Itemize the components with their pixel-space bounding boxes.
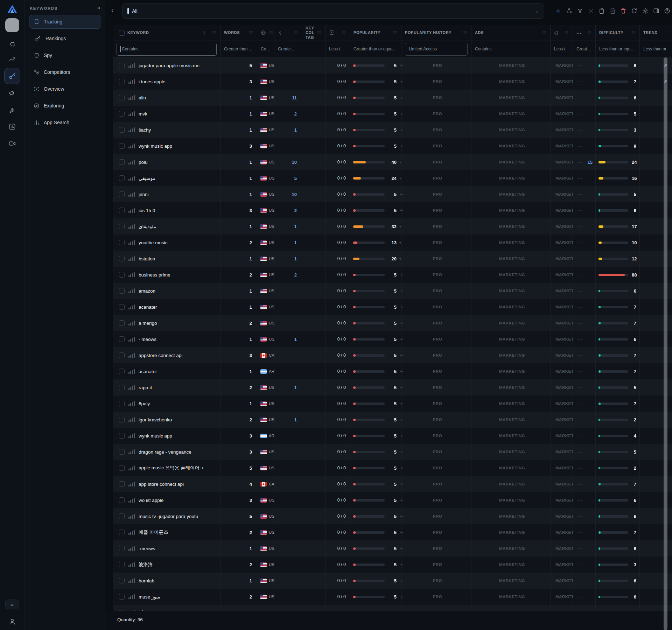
help-icon[interactable] xyxy=(664,8,670,14)
row-checkbox[interactable] xyxy=(119,578,125,583)
delete-icon[interactable] xyxy=(620,8,626,14)
tags-cell[interactable] xyxy=(302,476,326,492)
more-ellipsis-icon[interactable]: ⋯ xyxy=(577,320,583,327)
row-checkbox[interactable] xyxy=(119,159,125,165)
suggestions-count[interactable]: 10 xyxy=(292,160,297,165)
filter-popularity[interactable]: Greater than or equal to xyxy=(350,41,401,57)
back-chevron-icon[interactable]: ‹ xyxy=(111,6,113,14)
tags-cell[interactable] xyxy=(302,379,326,396)
table-row[interactable]: bstation 1 US 1 0 / 0 20 ▾ PRO MARKETING… xyxy=(113,251,672,267)
row-checkbox[interactable] xyxy=(119,401,125,406)
row-checkbox[interactable] xyxy=(119,175,125,181)
megaphone-icon[interactable] xyxy=(9,90,16,97)
table-row[interactable]: 6paly 1 US 0 / 0 5 PRO MARKETING MARKETI… xyxy=(113,396,672,412)
row-checkbox[interactable] xyxy=(119,352,125,358)
tags-cell[interactable] xyxy=(302,299,326,315)
tags-cell[interactable] xyxy=(302,122,326,138)
row-checkbox[interactable] xyxy=(119,449,125,455)
tags-cell[interactable] xyxy=(302,573,326,589)
more-ellipsis-icon[interactable]: ⋯ xyxy=(577,336,583,343)
filter-trend[interactable]: Less than or xyxy=(640,41,672,57)
suggestions-count[interactable]: 1 xyxy=(294,127,297,133)
row-checkbox[interactable] xyxy=(119,562,125,567)
rail-collapse-button[interactable]: « xyxy=(5,600,19,609)
more-ellipsis-icon[interactable]: ⋯ xyxy=(577,143,583,149)
row-checkbox[interactable] xyxy=(119,95,125,100)
filter-words[interactable]: Greater than ... xyxy=(220,41,257,57)
table-row[interactable]: rapp-it 2 US 1 0 / 0 5 PRO MARKETING MAR… xyxy=(113,379,672,396)
more-ellipsis-icon[interactable]: ⋯ xyxy=(577,497,583,504)
row-checkbox[interactable] xyxy=(119,79,125,84)
more-ellipsis-icon[interactable]: ⋯ xyxy=(577,304,583,310)
row-checkbox[interactable] xyxy=(119,256,125,261)
header-trend[interactable]: TREND xyxy=(640,25,672,41)
row-checkbox[interactable] xyxy=(119,127,125,133)
table-row[interactable]: alin 1 US 11 0 / 0 5 PRO MARKETING MARKE… xyxy=(113,90,672,106)
filter-tags[interactable] xyxy=(302,41,326,57)
table-row[interactable]: igor kravchenko 2 US 1 0 / 0 5 PRO MARKE… xyxy=(113,412,672,428)
add-icon[interactable] xyxy=(555,8,561,14)
more-ellipsis-icon[interactable]: ⋯ xyxy=(577,384,583,391)
table-row[interactable]: polu 1 US 10 0 / 0 40 ▾ PRO MARKETING MA… xyxy=(113,154,672,170)
more-ellipsis-icon[interactable]: ⋯ xyxy=(577,416,583,423)
column-menu-icon[interactable] xyxy=(212,30,217,35)
user-icon[interactable] xyxy=(9,618,16,625)
more-ellipsis-icon[interactable]: ⋯ xyxy=(577,288,583,294)
suggestions-count[interactable]: 10 xyxy=(292,192,297,197)
tags-cell[interactable] xyxy=(302,396,326,412)
table-row[interactable]: موسيقى 1 US 5 0 / 0 24 ▾ PRO MARKETING M… xyxy=(113,170,672,186)
tags-cell[interactable] xyxy=(302,524,326,540)
header-country[interactable] xyxy=(257,25,274,41)
header-ads[interactable]: ADS xyxy=(471,25,551,41)
row-checkbox[interactable] xyxy=(119,385,125,390)
more-ellipsis-icon[interactable]: ⋯ xyxy=(577,481,583,488)
row-checkbox[interactable] xyxy=(119,497,125,503)
tags-cell[interactable] xyxy=(302,202,326,218)
header-keyword[interactable]: KEYWORD xyxy=(113,25,220,41)
header-popularity-history[interactable]: POPULARITY HISTORY xyxy=(401,25,471,41)
header-ads2[interactable] xyxy=(551,25,573,41)
row-checkbox[interactable] xyxy=(119,594,125,600)
filter-difficulty[interactable]: Less than or equal... xyxy=(596,41,640,57)
sidebar-item-tracking[interactable]: Tracking xyxy=(29,15,101,29)
more-ellipsis-icon[interactable]: ⋯ xyxy=(577,94,583,101)
chevron-down-icon[interactable]: ▾ xyxy=(399,241,401,245)
table-row[interactable]: ios 15 0 3 US 2 0 / 0 5 PRO MARKETING MA… xyxy=(113,202,672,218)
table-row[interactable]: app store connect api 4 CA 0 / 0 5 PRO M… xyxy=(113,476,672,492)
tags-cell[interactable] xyxy=(302,218,326,234)
table-row[interactable]: jenni 1 US 10 0 / 0 5 PRO MARKETING MARK… xyxy=(113,186,672,202)
chevron-down-icon[interactable]: ▾ xyxy=(399,225,401,229)
row-checkbox[interactable] xyxy=(119,240,125,245)
tags-cell[interactable] xyxy=(302,589,326,605)
table-row[interactable]: ملوديفاى 1 US 1 0 / 0 32 ▾ PRO MARKETING… xyxy=(113,218,672,234)
suggestions-count[interactable]: 5 xyxy=(294,176,297,181)
filter-keyword[interactable]: Contains xyxy=(113,41,220,57)
table-row[interactable]: appstore connect api 3 CA 0 / 0 5 PRO MA… xyxy=(113,347,672,363)
row-checkbox[interactable] xyxy=(119,63,125,68)
tags-cell[interactable] xyxy=(302,138,326,154)
apple-icon[interactable] xyxy=(9,40,16,47)
keywords-nav-icon[interactable] xyxy=(4,68,20,84)
row-checkbox[interactable] xyxy=(119,513,125,519)
more-ellipsis-icon[interactable]: ⋯ xyxy=(577,207,583,214)
table-row[interactable]: business prime 2 US 2 0 / 0 5 PRO MARKET… xyxy=(113,267,672,283)
suggestions-count[interactable]: 1 xyxy=(294,385,297,390)
table-row[interactable]: amazon 1 US 0 / 0 5 PRO MARKETING MARKET… xyxy=(113,283,672,299)
table-row[interactable]: wynk music app 3 AR 0 / 0 5 PRO MARKETIN… xyxy=(113,428,672,444)
more-ellipsis-icon[interactable]: ⋯ xyxy=(577,433,583,439)
filter-suggestions[interactable]: Greate... xyxy=(274,41,302,57)
table-row[interactable]: šachy 1 US 1 0 / 0 5 PRO MARKETING MARKE… xyxy=(113,122,672,138)
tags-cell[interactable] xyxy=(302,508,326,524)
row-checkbox[interactable] xyxy=(119,369,125,374)
tags-cell[interactable] xyxy=(302,283,326,299)
select-all-checkbox[interactable] xyxy=(119,30,125,36)
chevron-down-icon[interactable]: ▾ xyxy=(399,160,401,164)
row-checkbox[interactable] xyxy=(119,208,125,213)
sidebar-item-app-search[interactable]: App Search xyxy=(29,115,101,130)
suggestions-count[interactable]: 1 xyxy=(294,256,297,261)
table-row[interactable]: a merigo 2 US 0 / 0 5 PRO MARKETING MARK… xyxy=(113,315,672,331)
tools-icon[interactable] xyxy=(9,107,16,114)
vertical-scrollbar[interactable] xyxy=(664,57,667,630)
tags-cell[interactable] xyxy=(302,267,326,283)
filter-country[interactable]: Con... xyxy=(257,41,274,57)
